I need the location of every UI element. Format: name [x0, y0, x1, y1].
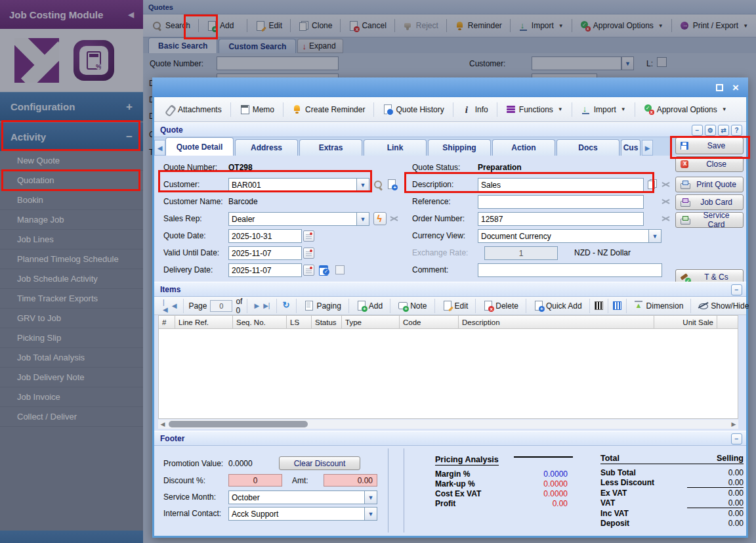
- quick-assign-button[interactable]: [373, 212, 387, 225]
- column-header-ls[interactable]: LS: [287, 315, 312, 329]
- discount-input[interactable]: 0: [228, 474, 282, 487]
- tab-quote-detail[interactable]: Quote Detail: [165, 137, 234, 156]
- column-header-description[interactable]: Description: [459, 315, 654, 329]
- column-header-type[interactable]: Type: [342, 315, 400, 329]
- tab-extras[interactable]: Extras: [299, 139, 362, 156]
- close-icon[interactable]: ×: [732, 84, 739, 91]
- sales-rep-input[interactable]: Dealer: [228, 212, 357, 226]
- customer-lookup-icon[interactable]: [373, 180, 383, 190]
- pricing-analysis-title: Pricing Analysis: [435, 455, 499, 466]
- attachments-button[interactable]: Attachments: [161, 102, 226, 117]
- tab-cus-clipped[interactable]: Cus: [621, 139, 640, 156]
- collapse-section-button[interactable]: −: [731, 284, 742, 295]
- next-page-icon[interactable]: ▶: [252, 302, 261, 309]
- currency-view-dropdown-button[interactable]: ▼: [649, 229, 662, 243]
- amt-input[interactable]: 0.00: [324, 474, 377, 487]
- page-input[interactable]: [210, 300, 232, 312]
- collapse-section-button[interactable]: −: [692, 125, 703, 136]
- items-horizontal-scrollbar[interactable]: ◀ ▶: [158, 420, 738, 429]
- currency-view-input[interactable]: Document Currency: [478, 229, 649, 243]
- barcode-icon[interactable]: [595, 301, 603, 310]
- schedule-calendar-icon[interactable]: [318, 264, 328, 274]
- service-month-dropdown-button[interactable]: ▼: [365, 490, 377, 504]
- gavel-icon: [680, 272, 690, 282]
- maximize-icon[interactable]: [716, 84, 723, 91]
- description-input[interactable]: Sales: [478, 178, 644, 192]
- delivery-date-input[interactable]: 2025-11-07: [228, 263, 302, 277]
- column-header-status[interactable]: Status: [312, 315, 342, 329]
- service-month-input[interactable]: October: [228, 490, 365, 504]
- info-button[interactable]: Info: [458, 102, 492, 117]
- close-button[interactable]: Close: [675, 156, 744, 172]
- tab-shipping[interactable]: Shipping: [428, 139, 491, 156]
- sales-rep-dropdown-button[interactable]: ▼: [357, 212, 369, 226]
- shuffle-icon[interactable]: [661, 197, 671, 207]
- item-note-button[interactable]: Note: [395, 299, 429, 312]
- quote-date-input[interactable]: 2025-10-31: [228, 229, 302, 243]
- barcode-blue-icon[interactable]: [613, 301, 621, 310]
- column-header-line-ref[interactable]: Line Ref.: [175, 315, 233, 329]
- items-grid-body[interactable]: [158, 329, 738, 419]
- order-number-input[interactable]: 12587: [478, 212, 644, 226]
- tab-scroll-right-icon[interactable]: ▶: [642, 140, 653, 156]
- print-quote-button[interactable]: Print Quote: [675, 177, 744, 192]
- scroll-left-icon[interactable]: ◀: [158, 421, 167, 427]
- job-card-button[interactable]: Job Card: [675, 194, 744, 210]
- dimension-button[interactable]: Dimension: [631, 299, 686, 312]
- calendar-icon[interactable]: [303, 265, 314, 276]
- item-add-button[interactable]: Add: [354, 299, 385, 312]
- help-icon[interactable]: ?: [731, 125, 742, 136]
- quote-history-button[interactable]: Quote History: [379, 102, 448, 117]
- create-reminder-button[interactable]: Create Reminder: [288, 102, 369, 117]
- shuffle-icon[interactable]: [661, 214, 671, 224]
- tab-action[interactable]: Action: [492, 139, 555, 156]
- scroll-right-icon[interactable]: ▶: [729, 421, 738, 427]
- column-header-seq-no[interactable]: Seq. No.: [233, 315, 287, 329]
- tab-docs[interactable]: Docs: [556, 139, 620, 156]
- column-header-code[interactable]: Code: [400, 315, 459, 329]
- prev-page-icon[interactable]: ◀: [170, 302, 179, 309]
- items-grid-header: # Line Ref. Seq. No. LS Status Type Code…: [158, 315, 738, 329]
- tab-link[interactable]: Link: [364, 139, 427, 156]
- reference-input[interactable]: [478, 195, 644, 209]
- import-button-dialog[interactable]: Import▼: [577, 102, 630, 117]
- quote-status-label: Quote Status:: [412, 163, 460, 172]
- tab-scroll-left-icon[interactable]: ◀: [154, 140, 165, 156]
- clear-discount-button[interactable]: Clear Discount: [279, 456, 360, 470]
- copy-icon[interactable]: [647, 179, 657, 189]
- item-edit-button[interactable]: Edit: [440, 299, 471, 312]
- service-card-button[interactable]: Service Card: [675, 212, 744, 228]
- comment-input[interactable]: [478, 263, 662, 277]
- memo-button[interactable]: Memo: [236, 102, 278, 117]
- settings-icon[interactable]: ⚙: [705, 125, 716, 136]
- internal-contact-input[interactable]: Acck Support: [228, 507, 365, 521]
- valid-until-date-input[interactable]: 2025-11-07: [228, 246, 302, 260]
- first-page-icon[interactable]: |◀: [161, 299, 170, 313]
- calendar-icon[interactable]: [303, 248, 314, 259]
- shuffle-icon[interactable]: [389, 214, 399, 224]
- customer-info-icon[interactable]: [387, 179, 396, 189]
- calendar-icon[interactable]: [303, 230, 314, 242]
- customer-input[interactable]: BAR001: [228, 178, 357, 192]
- item-delete-button[interactable]: Delete: [480, 299, 521, 312]
- save-button[interactable]: Save: [675, 137, 744, 154]
- column-header-index[interactable]: #: [158, 315, 175, 329]
- collapse-section-button[interactable]: −: [731, 433, 742, 445]
- tab-address[interactable]: Address: [235, 139, 298, 156]
- amt-label: Amt:: [292, 476, 308, 485]
- total-row-inc-vat: Inc VAT0.00: [600, 509, 744, 519]
- paging-button[interactable]: Paging: [301, 299, 343, 312]
- internal-contact-dropdown-button[interactable]: ▼: [365, 507, 377, 521]
- delivery-checkbox[interactable]: [335, 265, 345, 274]
- functions-button[interactable]: Functions▼: [502, 102, 567, 117]
- quick-add-button[interactable]: Quick Add: [531, 299, 585, 312]
- sync-icon[interactable]: ⇄: [718, 125, 729, 136]
- shuffle-icon[interactable]: [661, 180, 671, 190]
- column-header-unit-sale[interactable]: Unit Sale: [654, 315, 717, 329]
- show-hide-button[interactable]: Show/Hide: [696, 299, 751, 312]
- approval-options-button-dialog[interactable]: Approval Options▼: [640, 102, 731, 117]
- refresh-icon[interactable]: [282, 301, 291, 311]
- customer-dropdown-button[interactable]: ▼: [357, 178, 369, 192]
- last-page-icon[interactable]: ▶|: [261, 302, 272, 309]
- scrollbar-thumb[interactable]: [169, 421, 308, 427]
